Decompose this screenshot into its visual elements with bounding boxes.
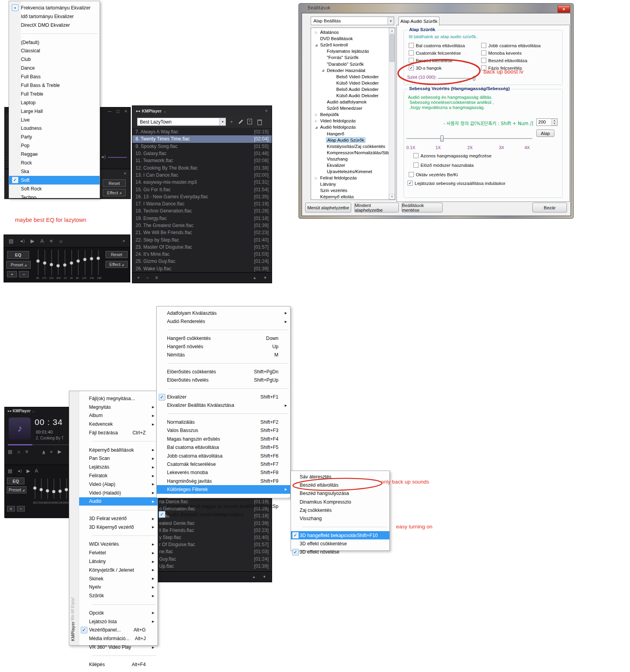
list-menu-icon[interactable]: ≡	[155, 275, 158, 281]
scroll-up-icon[interactable]: ▲	[252, 575, 256, 579]
menu-item[interactable]: ✓ 3D effekt növelése	[291, 548, 389, 556]
tree-item[interactable]: Alap Audió Szürők	[311, 137, 388, 143]
chevron-down-icon[interactable]: ⌄	[163, 109, 167, 114]
menu-item[interactable]: Szűrök ▶	[79, 591, 158, 600]
menu-item[interactable]: Kilépés Alt+F4	[79, 660, 158, 669]
track-row[interactable]: Up.flac [01:39]	[158, 563, 272, 570]
track-row[interactable]: 20. The Greatest Genie.flac [01:39]	[132, 222, 272, 229]
menu-item[interactable]: Visszhang	[291, 514, 389, 522]
eq-band-slider[interactable]	[43, 250, 47, 275]
maximize-icon[interactable]: □	[117, 109, 119, 114]
filter-checkbox[interactable]: Jobb csatorna eltávolitása	[481, 43, 541, 48]
reset-button[interactable]: Reset	[103, 179, 126, 187]
menu-item[interactable]: Pop	[9, 141, 100, 150]
menu-item[interactable]: Opciók ▶	[79, 609, 158, 617]
track-row[interactable]: 26. Wake Up.flac [01:39]	[132, 265, 272, 272]
playlist-icon[interactable]: ≡	[50, 238, 53, 244]
track-row[interactable]: Guy.flac [01:24]	[158, 556, 272, 563]
menu-item[interactable]: Skinek ▶	[79, 574, 158, 583]
tree-item[interactable]: "Daraboló" Szürők	[311, 61, 388, 67]
track-row[interactable]: 19. Energy.flac [01:18]	[132, 215, 272, 222]
eject-icon[interactable]: ▴	[43, 450, 45, 454]
close-icon[interactable]: ×	[124, 109, 127, 114]
scroll-thumb[interactable]	[389, 34, 395, 62]
menu-item[interactable]: Fájl(ok) megnyitása...	[79, 394, 158, 403]
eq-remove-button[interactable]: −	[17, 506, 25, 511]
profile-select[interactable]: Alap Beállitás ▼	[311, 17, 394, 25]
reset-menu-button[interactable]: Menüt alaphelyzetbe	[305, 203, 351, 212]
menu-item[interactable]: Club	[9, 55, 100, 64]
tree-item[interactable]: Képernyő eltolás	[311, 194, 388, 200]
track-row[interactable]: y Step.flac [01:40]	[158, 534, 272, 541]
slider-thumb[interactable]	[65, 488, 68, 491]
monitor-icon[interactable]: ▤	[8, 468, 12, 474]
tree-expander-icon[interactable]: ▷	[315, 113, 320, 116]
close-icon[interactable]: ×	[265, 108, 268, 114]
menu-item[interactable]: Techno	[9, 193, 100, 202]
track-row[interactable]: 9. Spooky Song.flac [01:55]	[132, 143, 272, 150]
slider-thumb[interactable]	[96, 257, 100, 260]
menu-item[interactable]: Jobb csatorna eltávolitása Shift+F6	[157, 452, 290, 460]
close-button[interactable]: ×	[558, 5, 570, 13]
speed-checkbox[interactable]: Elöző módszer használata	[413, 162, 474, 168]
tree-item[interactable]: Folyamatos lejátszás	[311, 48, 388, 54]
tab-alap-audio-szurok[interactable]: Alap Audió Szürők	[398, 17, 439, 26]
eq-add-button[interactable]: +	[7, 271, 17, 277]
menu-item[interactable]: Audió Renderelés ▶	[157, 317, 290, 325]
minimize-icon[interactable]: ─	[108, 109, 111, 114]
menu-item[interactable]: Bal csatorna eltávolitása Shift+F5	[157, 443, 290, 452]
tree-item[interactable]: Audió adatfolyamok	[311, 99, 388, 105]
menu-item[interactable]: Reggae	[9, 150, 100, 159]
menu-item[interactable]: ● Frekvencia tartományu Ekvalizer	[9, 4, 100, 12]
menu-item[interactable]: 3D Képernyő vezérlő ▶	[79, 523, 158, 532]
eq-band-slider[interactable]	[63, 250, 67, 275]
list-icon[interactable]: ≡	[25, 449, 28, 454]
menu-item[interactable]	[291, 523, 389, 531]
tree-item[interactable]: Kristályosítás/Zaj csökkentés	[311, 143, 388, 150]
spin-down-icon[interactable]: ▼	[552, 122, 557, 126]
track-row[interactable]: ll Be Friends.flac [02:23]	[158, 527, 272, 534]
menu-item[interactable]	[79, 532, 158, 540]
track-row[interactable]: 21. We Will Be Friends.flac [02:23]	[132, 229, 272, 236]
speed-value-spinner[interactable]: 200 ▲ ▼	[536, 118, 558, 126]
menu-item[interactable]	[79, 506, 158, 514]
track-row[interactable]: 24. It's Mine.flac [01:03]	[132, 251, 272, 258]
delete-playlist-icon[interactable]	[258, 120, 262, 125]
dropdown-arrow-icon[interactable]: ▼	[387, 17, 394, 25]
menu-item[interactable]: Party	[9, 133, 100, 141]
slider-thumb[interactable]	[70, 261, 73, 265]
menu-item[interactable]	[79, 600, 158, 609]
track-row[interactable]: 16. 13 - New Games Everyday.flac [01:35]	[132, 193, 272, 200]
menu-item[interactable]: Felvétel ▶	[79, 548, 158, 557]
menu-item[interactable]: Kedvencek ▶	[79, 420, 158, 428]
slider-thumb[interactable]	[50, 263, 53, 266]
tree-expander-icon[interactable]: ▷	[315, 119, 320, 123]
close-icon[interactable]: ×	[124, 171, 126, 176]
menu-item[interactable]	[157, 384, 290, 393]
gear-icon[interactable]: ☼	[17, 449, 21, 454]
menu-item[interactable]: Csatornák felcserélése Shift+F7	[157, 460, 290, 468]
track-row[interactable]: 11. Teamwork.flac [02:08]	[132, 157, 272, 164]
menu-item[interactable]: Classical	[9, 46, 100, 55]
scroll-down-icon[interactable]: ▼	[263, 575, 266, 579]
tree-item[interactable]: Külső Audió Dekoder	[311, 92, 388, 99]
eq-band-slider[interactable]	[52, 478, 56, 499]
slider-thumb[interactable]	[33, 486, 37, 490]
scroll-up-icon[interactable]: ▲	[253, 276, 256, 280]
menu-item[interactable]: Normalizálás Shift+F2	[157, 418, 290, 426]
track-row[interactable]: 13. I Can Dance.flac [02:00]	[132, 172, 272, 179]
remove-track-icon[interactable]: −	[146, 275, 149, 281]
eq-band-slider[interactable]	[70, 250, 74, 275]
slider-thumb[interactable]	[52, 490, 56, 493]
menu-item[interactable]: (Default)	[9, 38, 100, 47]
track-row[interactable]: 22. Step by Step.flac [01:40]	[132, 236, 272, 243]
play-icon[interactable]: ▶	[58, 449, 61, 454]
track-row[interactable]: 7. Always A Way.flac [02:15]	[132, 128, 272, 135]
speed-checkbox[interactable]: Azonos hangmagasság megőrzése	[413, 153, 491, 158]
track-row[interactable]: 15. Go For It.flac [01:54]	[132, 186, 272, 193]
menu-item[interactable]	[157, 410, 290, 418]
menu-item[interactable]: Elöerősités nővelés Shift+PgUp	[157, 376, 290, 384]
menu-item[interactable]: Large Hall	[9, 107, 100, 116]
tree-item[interactable]: Hangerő	[311, 131, 388, 137]
eq-button[interactable]: EQ	[7, 478, 24, 484]
